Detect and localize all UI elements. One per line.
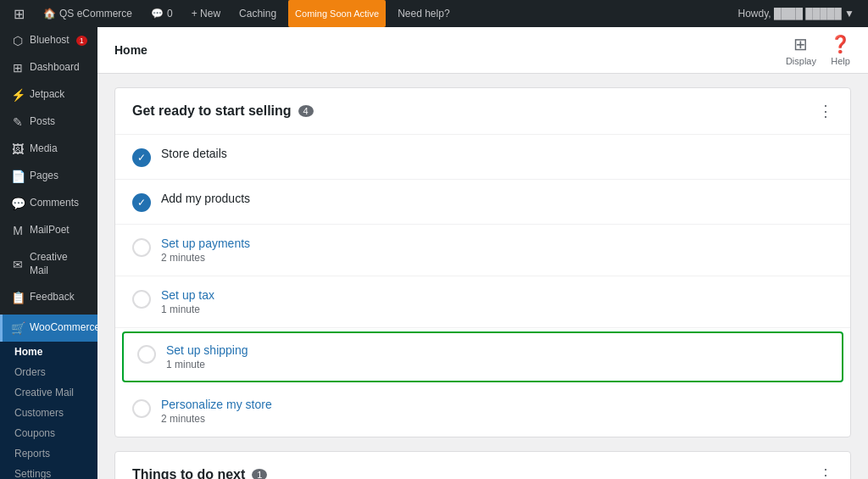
page-title: Home [114,43,147,57]
sub-item-home[interactable]: Home [0,342,97,362]
sub-item-customers[interactable]: Customers [0,403,97,423]
card-badge: 4 [298,105,314,117]
task-check-personalize [132,399,151,418]
sidebar-item-mailpoet[interactable]: M MailPoet [0,217,97,244]
jetpack-icon: ⚡ [11,88,25,102]
bluehost-icon: ⬡ [11,34,25,47]
sub-item-coupons[interactable]: Coupons [0,423,97,443]
sidebar-item-media[interactable]: 🖼 Media [0,136,97,163]
task-check-add-products: ✓ [132,193,151,212]
card-header: Get ready to start selling 4 ⋮ [115,88,850,135]
main-content: Home ⊞ Display ❓ Help Get ready to start… [97,27,868,479]
sub-item-creative-mail[interactable]: Creative Mail [0,382,97,403]
task-duration-tax: 1 minute [161,304,833,315]
task-info-store-details: Store details [161,147,833,160]
admin-bar: ⊞ 🏠 QS eCommerce 💬 0 + New Caching Comin… [0,0,868,27]
task-duration-payments: 2 minutes [161,252,833,264]
card-title: Get ready to start selling [132,103,292,119]
task-check-store-details: ✓ [132,148,151,167]
selling-card: Get ready to start selling 4 ⋮ ✓ Store d… [114,87,851,437]
new-button[interactable]: + New [185,0,227,27]
task-personalize[interactable]: Personalize my store 2 minutes [115,386,850,437]
page-header: Home ⊞ Display ❓ Help [97,27,868,74]
content-area: Get ready to start selling 4 ⋮ ✓ Store d… [97,74,868,479]
display-icon: ⊞ [793,34,808,54]
header-actions: ⊞ Display ❓ Help [786,34,851,66]
things-card-menu-icon[interactable]: ⋮ [818,465,833,479]
things-title-group: Things to do next 1 [132,467,267,479]
task-add-products[interactable]: ✓ Add my products [115,180,850,225]
card-menu-icon[interactable]: ⋮ [818,102,833,120]
sub-item-orders[interactable]: Orders [0,362,97,382]
wp-logo[interactable]: ⊞ [7,0,31,27]
help-icon: ❓ [830,34,851,54]
task-shipping-wrapper: Set up shipping 1 minute [115,328,850,386]
display-button[interactable]: ⊞ Display [786,34,816,66]
task-name-personalize[interactable]: Personalize my store [161,398,833,411]
sub-item-reports[interactable]: Reports [0,443,97,464]
comments-icon: 💬 [11,197,25,210]
task-info-personalize: Personalize my store 2 minutes [161,398,833,425]
feedback-icon: 📋 [11,291,25,304]
need-help-button[interactable]: Need help? [391,0,456,27]
task-name-add-products: Add my products [161,192,833,205]
task-name-payments[interactable]: Set up payments [161,237,833,250]
task-info-add-products: Add my products [161,192,833,205]
task-store-details[interactable]: ✓ Store details [115,135,850,180]
task-name-store-details: Store details [161,147,833,160]
sidebar-item-pages[interactable]: 📄 Pages [0,163,97,190]
posts-icon: ✎ [11,115,25,129]
sidebar: ⬡ Bluehost 1 ⊞ Dashboard ⚡ Jetpack ✎ Pos… [0,27,97,479]
sidebar-item-bluehost[interactable]: ⬡ Bluehost 1 [0,27,97,54]
sidebar-item-woocommerce[interactable]: 🛒 WooCommerce [0,315,97,342]
creative-mail-icon: ✉ [11,258,25,271]
task-check-shipping [137,345,156,364]
task-check-tax [132,290,151,309]
task-name-tax[interactable]: Set up tax [161,288,833,302]
help-button[interactable]: ❓ Help [830,34,851,66]
task-duration-personalize: 2 minutes [161,413,833,425]
task-check-payments [132,238,151,257]
things-card-title: Things to do next [132,467,245,479]
things-card-badge: 1 [252,469,267,479]
task-info-payments: Set up payments 2 minutes [161,237,833,264]
user-menu[interactable]: Howdy, ████ █████ ▼ [731,0,861,27]
sub-item-settings[interactable]: Settings [0,464,97,479]
sidebar-item-creative-mail[interactable]: ✉ Creative Mail [0,244,97,284]
dashboard-icon: ⊞ [11,61,25,75]
task-info-tax: Set up tax 1 minute [161,288,833,315]
task-name-shipping[interactable]: Set up shipping [166,343,828,357]
sidebar-item-dashboard[interactable]: ⊞ Dashboard [0,54,97,81]
caching-button[interactable]: Caching [232,0,283,27]
things-card: Things to do next 1 ⋮ Set up Google List… [114,451,851,479]
things-card-header: Things to do next 1 ⋮ [115,452,850,479]
card-title-group: Get ready to start selling 4 [132,103,314,119]
media-icon: 🖼 [11,142,25,156]
task-tax[interactable]: Set up tax 1 minute [115,276,850,328]
task-duration-shipping: 1 minute [166,359,828,370]
pages-icon: 📄 [11,170,25,183]
site-name[interactable]: 🏠 QS eCommerce [36,0,139,27]
task-shipping[interactable]: Set up shipping 1 minute [122,331,843,382]
task-info-shipping: Set up shipping 1 minute [166,343,828,370]
task-payments[interactable]: Set up payments 2 minutes [115,225,850,276]
sidebar-item-feedback[interactable]: 📋 Feedback [0,284,97,311]
sidebar-item-comments[interactable]: 💬 Comments [0,190,97,217]
sidebar-item-jetpack[interactable]: ⚡ Jetpack [0,81,97,109]
mailpoet-icon: M [11,224,25,237]
coming-soon-badge[interactable]: Coming Soon Active [288,0,386,27]
sidebar-item-posts[interactable]: ✎ Posts [0,109,97,136]
woocommerce-icon: 🛒 [11,321,25,335]
comments-count[interactable]: 💬 0 [144,0,180,27]
